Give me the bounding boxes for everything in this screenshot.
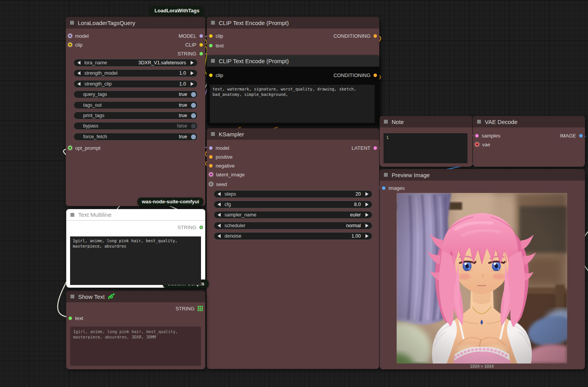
collapse-box-icon[interactable] <box>384 120 388 124</box>
conditioning-output-slot-icon[interactable] <box>374 74 377 77</box>
negative-prompt-textarea[interactable]: text, watermark, signature, worst_qualit… <box>210 85 375 123</box>
seed-slot-icon[interactable] <box>209 182 213 186</box>
toggle-knob-icon[interactable] <box>191 124 196 129</box>
toggle-knob-icon[interactable] <box>191 113 196 118</box>
input-port-positive[interactable]: positive <box>209 154 233 160</box>
input-port-vae[interactable]: vae <box>475 141 490 147</box>
node-clip-text-encode-negative[interactable]: CLIP Text Encode (Prompt) clip CONDITION… <box>207 55 379 127</box>
widget-print-tags[interactable]: print_tags true <box>74 112 198 119</box>
increment-arrow-icon[interactable] <box>365 203 369 206</box>
collapse-box-icon[interactable] <box>211 21 215 25</box>
increment-arrow-icon[interactable] <box>365 192 369 196</box>
collapse-box-icon[interactable] <box>70 21 74 25</box>
input-port-clip[interactable]: clip <box>209 72 223 78</box>
decrement-arrow-icon[interactable] <box>218 203 221 206</box>
multi-output-grid-icon[interactable] <box>198 306 203 311</box>
output-port-string[interactable]: STRING <box>176 305 203 312</box>
node-lora-header[interactable]: LoraLoaderTagsQuery <box>66 17 205 28</box>
collapse-box-icon[interactable] <box>384 173 388 177</box>
output-port-image[interactable]: IMAGE <box>560 132 583 139</box>
model-slot-icon[interactable] <box>209 146 213 150</box>
input-port-negative[interactable]: negative <box>209 163 235 169</box>
input-port-model[interactable]: model <box>68 33 89 39</box>
model-slot-icon[interactable] <box>68 34 72 38</box>
images-slot-icon[interactable] <box>382 186 385 190</box>
decrement-arrow-icon[interactable] <box>218 234 221 238</box>
node-show-text-header[interactable]: Show Text <box>66 291 205 302</box>
widget-tags-out[interactable]: tags_out true <box>74 101 198 109</box>
text-multiline-textarea[interactable]: 1girl, anime, long pink hair, best_quali… <box>70 236 201 285</box>
decrement-arrow-icon[interactable] <box>77 82 80 86</box>
output-port-latent[interactable]: LATENT <box>352 145 377 151</box>
widget-scheduler[interactable]: scheduler normal <box>214 222 372 230</box>
node-lora-loader-tags-query[interactable]: LoadLoraWithTags LoraLoaderTagsQuery mod… <box>66 17 205 206</box>
increment-arrow-icon[interactable] <box>365 224 369 228</box>
string-output-slot-icon[interactable] <box>199 52 203 55</box>
model-output-slot-icon[interactable] <box>199 34 203 38</box>
clip-slot-icon[interactable] <box>209 74 213 77</box>
node-clip-positive-header[interactable]: CLIP Text Encode (Prompt) <box>207 17 379 28</box>
increment-arrow-icon[interactable] <box>365 213 369 217</box>
node-show-text[interactable]: Show Text STRING text 1girl, anime, long… <box>66 291 205 369</box>
decrement-arrow-icon[interactable] <box>218 224 221 228</box>
comfyui-canvas[interactable]: { "app": { "name": "ComfyUI workflow gra… <box>0 0 588 387</box>
widget-strength-model[interactable]: strength_model 1.0 <box>74 69 198 77</box>
output-port-string[interactable]: STRING <box>178 224 203 230</box>
output-port-model[interactable]: MODEL <box>179 33 203 39</box>
positive-slot-icon[interactable] <box>209 155 213 159</box>
text-slot-icon[interactable] <box>209 44 213 47</box>
collapse-box-icon[interactable] <box>211 132 215 136</box>
negative-slot-icon[interactable] <box>209 164 213 168</box>
increment-arrow-icon[interactable] <box>191 71 194 75</box>
clip-slot-icon[interactable] <box>68 43 72 47</box>
output-port-conditioning[interactable]: CONDITIONING <box>333 72 377 78</box>
collapse-box-icon[interactable] <box>477 120 481 124</box>
input-port-model[interactable]: model <box>209 145 229 151</box>
vae-slot-icon[interactable] <box>475 142 479 146</box>
node-preview-header[interactable]: Preview Image <box>380 169 585 181</box>
collapse-box-icon[interactable] <box>211 59 215 63</box>
toggle-knob-icon[interactable] <box>191 103 196 108</box>
widget-query-tags[interactable]: query_tags true <box>74 90 198 98</box>
increment-arrow-icon[interactable] <box>365 234 369 238</box>
toggle-knob-icon[interactable] <box>191 134 196 139</box>
widget-denoise[interactable]: denoise 1.00 <box>214 232 372 240</box>
node-note-header[interactable]: Note <box>380 116 472 127</box>
node-preview-image[interactable]: Preview Image images <box>380 169 585 369</box>
input-port-latent-image[interactable]: latent_image <box>209 171 245 178</box>
input-port-text[interactable]: text <box>209 42 224 49</box>
input-port-opt-prompt[interactable]: opt_prompt <box>68 145 101 151</box>
widget-steps[interactable]: steps 20 <box>214 190 372 198</box>
text-slot-icon[interactable] <box>69 317 72 320</box>
node-text-multiline-header[interactable]: Text Multiline <box>66 209 205 221</box>
toggle-knob-icon[interactable] <box>191 92 196 97</box>
collapse-box-icon[interactable] <box>70 213 74 217</box>
decrement-arrow-icon[interactable] <box>218 192 221 196</box>
node-ksampler-header[interactable]: KSampler <box>207 128 379 140</box>
node-ksampler[interactable]: KSampler model positive negative latent_… <box>207 128 379 369</box>
widget-sampler-name[interactable]: sampler_name euler <box>214 211 372 219</box>
input-port-samples[interactable]: samples <box>475 132 500 139</box>
increment-arrow-icon[interactable] <box>191 82 194 86</box>
input-port-clip[interactable]: clip <box>68 42 83 48</box>
widget-strength-clip[interactable]: strength_clip 1.0 <box>74 80 198 88</box>
image-output-slot-icon[interactable] <box>579 134 583 137</box>
conditioning-output-slot-icon[interactable] <box>374 34 377 38</box>
latent-output-slot-icon[interactable] <box>374 146 377 150</box>
output-port-conditioning[interactable]: CONDITIONING <box>333 33 377 39</box>
output-port-clip[interactable]: CLIP <box>185 42 203 48</box>
input-port-images[interactable]: images <box>382 185 405 191</box>
widget-force-fetch[interactable]: force_fetch true <box>74 133 198 141</box>
note-textarea[interactable]: 1 <box>384 133 467 163</box>
node-note[interactable]: Note 1 <box>380 116 472 167</box>
samples-slot-icon[interactable] <box>475 134 479 137</box>
widget-cfg[interactable]: cfg 8.0 <box>214 201 372 208</box>
output-port-string[interactable]: STRING <box>178 50 203 57</box>
widget-lora-name[interactable]: lora_name 3DXR_V1.safetensors <box>74 59 198 67</box>
clip-slot-icon[interactable] <box>209 34 213 38</box>
widget-bypass[interactable]: bypass false <box>74 122 198 130</box>
increment-arrow-icon[interactable] <box>191 61 194 65</box>
clip-output-slot-icon[interactable] <box>199 43 203 47</box>
node-vae-decode[interactable]: VAE Decode samples vae IMAGE <box>473 116 585 167</box>
decrement-arrow-icon[interactable] <box>77 71 80 75</box>
